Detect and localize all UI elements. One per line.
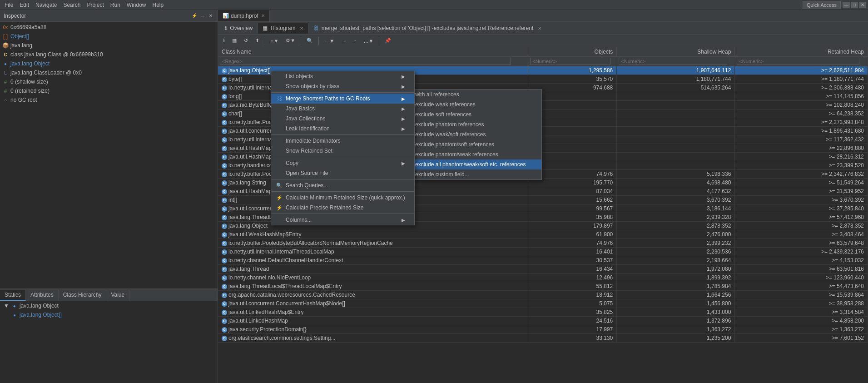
- inspector-close-btn[interactable]: ✕: [208, 13, 214, 19]
- tab-histogram[interactable]: ▦ Histogram ✕: [258, 23, 308, 34]
- col-header-shallow[interactable]: Shallow Heap: [617, 47, 735, 57]
- table-row[interactable]: Cjava.util.HashMap$...>= 22,896,880: [218, 144, 868, 153]
- retained-heap-cell: >= 2,306,388,480: [735, 84, 868, 92]
- tree-item-gc-root[interactable]: ○ no GC root: [0, 95, 218, 104]
- col-header-class[interactable]: Class Name: [218, 47, 528, 57]
- close-button[interactable]: ✕: [859, 2, 866, 8]
- tree-item-retained[interactable]: # 0 (retained size): [0, 86, 218, 95]
- filter-retained-input[interactable]: [737, 58, 859, 65]
- table-row[interactable]: Cbyte[]35,5701,180,771,744>= 1,180,771,7…: [218, 75, 868, 84]
- tab-merge[interactable]: ⛓ merge_shortest_paths [selection of 'Ob…: [308, 23, 546, 34]
- tab-class-hierarchy[interactable]: Class Hierarchy: [59, 290, 107, 301]
- filter-retained-cell[interactable]: [735, 57, 868, 66]
- filter-btn[interactable]: ⚙▼: [283, 36, 298, 45]
- tree-item-obj-arr[interactable]: [ ] Object[]: [0, 32, 218, 41]
- refresh-btn[interactable]: ↺: [241, 36, 251, 45]
- filter-objects-cell[interactable]: [528, 57, 617, 66]
- table-row[interactable]: Cio.netty.channel.nio.NioEventLoop12,496…: [218, 274, 868, 282]
- tree-item-java-obj[interactable]: ● java.lang.Object: [0, 59, 218, 68]
- table-row[interactable]: Cio.netty.handler.cod...>= 23,399,520: [218, 161, 868, 170]
- table-row[interactable]: Cjava.util.HashMap87,0344,177,632>= 31,5…: [218, 187, 868, 196]
- info-btn[interactable]: ℹ: [220, 36, 228, 45]
- menu-help[interactable]: Help: [150, 1, 167, 9]
- table-row[interactable]: Clong[]>= 114,145,856: [218, 92, 868, 101]
- table-row[interactable]: Corg.elasticsearch.common.settings.Setti…: [218, 334, 868, 343]
- up-btn[interactable]: ↑: [351, 37, 360, 45]
- maximize-button[interactable]: □: [851, 2, 858, 8]
- tree-item-hex[interactable]: 0x 0x66699a5a88: [0, 23, 218, 32]
- table-row[interactable]: Cio.netty.buffer.Pool...74,9765,198,336>…: [218, 170, 868, 179]
- menu-project[interactable]: Project: [84, 1, 106, 9]
- table-row[interactable]: Cjava.util.concurrent...>= 1,896,431,680: [218, 127, 868, 135]
- table-row[interactable]: Cjava.util.WeakHashMap$Entry61,9002,476,…: [218, 230, 868, 239]
- filter-class-input[interactable]: [220, 58, 511, 65]
- objects-cell: 99,567: [528, 204, 617, 213]
- menu-window[interactable]: Window: [124, 1, 149, 9]
- table-row[interactable]: Cjava.lang.Thread16,4341,972,080>= 63,50…: [218, 265, 868, 274]
- inspector-minimize-btn[interactable]: —: [199, 13, 207, 19]
- table-row[interactable]: Corg.apache.catalina.webresources.Cached…: [218, 291, 868, 299]
- class-icon: C: [222, 146, 227, 151]
- tree-item-classloader[interactable]: L java.lang.ClassLoader @ 0x0: [0, 68, 218, 77]
- group-btn[interactable]: ≡▼: [268, 37, 282, 45]
- table-row[interactable]: Cio.netty.util.internal.InternalThreadLo…: [218, 248, 868, 256]
- tab-value[interactable]: Value: [106, 290, 129, 301]
- tab-overview[interactable]: ℹ Overview: [220, 23, 258, 34]
- filter-shallow-cell[interactable]: [617, 57, 735, 66]
- shallow-heap-cell: 1,899,392: [617, 274, 735, 282]
- table-row[interactable]: Cjava.lang.Object[]1,295,5861,907,646,11…: [218, 66, 868, 75]
- table-row[interactable]: Cjava.lang.String195,7704,698,480>= 51,5…: [218, 179, 868, 187]
- shallow-heap-cell: [617, 161, 735, 170]
- table-row[interactable]: Cjava.lang.ThreadLocal$ThreadLocalMap$En…: [218, 282, 868, 291]
- tab-close-button[interactable]: ✕: [261, 13, 265, 18]
- objects-cell: [528, 118, 617, 127]
- menu-navigate[interactable]: Navigate: [33, 1, 60, 9]
- back-btn[interactable]: ←▼: [321, 37, 337, 45]
- col-header-retained[interactable]: Retained Heap: [735, 47, 868, 57]
- tree-item-shallow[interactable]: # 0 (shallow size): [0, 77, 218, 86]
- table-row[interactable]: Cio.netty.util.internal...974,688514,635…: [218, 84, 868, 92]
- col-header-objects[interactable]: Objects: [528, 47, 617, 57]
- statics-item-java-obj[interactable]: ▼ ● java.lang.Object: [0, 301, 218, 310]
- tab-statics[interactable]: Statics: [0, 290, 26, 301]
- quick-access-button[interactable]: Quick Access: [803, 1, 841, 9]
- table-row[interactable]: Cint[]15,6623,670,392>= 3,670,392: [218, 196, 868, 204]
- table-row[interactable]: Cjava.util.concurrent.ConcurrentHashMap$…: [218, 204, 868, 213]
- pin-btn[interactable]: 📌: [382, 36, 394, 45]
- table-row[interactable]: Cchar[]>= 64,238,352: [218, 109, 868, 118]
- table-row[interactable]: Cjava.security.ProtectionDomain[}17,9971…: [218, 325, 868, 334]
- menu-search[interactable]: Search: [60, 1, 83, 9]
- tab-merge-close[interactable]: ✕: [538, 26, 541, 31]
- filter-shallow-input[interactable]: [619, 58, 727, 65]
- table-row[interactable]: Cjava.nio.ByteBuffer[...]>= 102,808,240: [218, 101, 868, 109]
- table-row[interactable]: Cjava.lang.ThreadLocal$ThreadLocalMap$En…: [218, 213, 868, 222]
- chart-btn[interactable]: ▦: [229, 36, 240, 45]
- table-row[interactable]: Cio.netty.buffer.Pool...>= 2,273,998,848: [218, 118, 868, 127]
- extra-btn[interactable]: …▼: [361, 37, 377, 45]
- tab-dump[interactable]: 📊 dump.hprof ✕: [218, 10, 270, 21]
- menu-run[interactable]: Run: [108, 1, 123, 9]
- inspector-action-btn[interactable]: ⚡: [190, 13, 198, 19]
- search-btn[interactable]: 🔍: [303, 36, 316, 45]
- forward-btn[interactable]: →: [338, 37, 350, 45]
- statics-item-java-obj-arr[interactable]: ● java.lang.Object[]: [0, 310, 218, 319]
- table-row[interactable]: Cjava.util.LinkedHashMap24,5161,372,896>…: [218, 317, 868, 325]
- menu-file[interactable]: File: [2, 1, 16, 9]
- minimize-button[interactable]: —: [843, 2, 850, 8]
- table-row[interactable]: Cjava.util.concurrent.ConcurrentHashMap$…: [218, 299, 868, 308]
- table-container[interactable]: Class Name Objects Shallow Heap Retained…: [218, 47, 868, 383]
- table-row[interactable]: Cjava.lang.Object179,8972,878,352>= 2,87…: [218, 222, 868, 230]
- menu-edit[interactable]: Edit: [17, 1, 32, 9]
- filter-objects-input[interactable]: [530, 58, 610, 65]
- tab-histogram-close[interactable]: ✕: [300, 26, 303, 31]
- tree-item-class-def[interactable]: C class java.lang.Class @ 0x66999b310: [0, 50, 218, 59]
- tab-attributes[interactable]: Attributes: [26, 290, 59, 301]
- table-row[interactable]: Cio.netty.util.internal...>= 117,362,432: [218, 135, 868, 144]
- table-row[interactable]: Cio.netty.buffer.PooledByteBufAllocator$…: [218, 239, 868, 248]
- table-row[interactable]: Cjava.util.HashMap$...>= 28,216,312: [218, 153, 868, 161]
- filter-class-cell[interactable]: [218, 57, 528, 66]
- table-row[interactable]: Cio.netty.channel.DefaultChannelHandlerC…: [218, 256, 868, 265]
- export-btn[interactable]: ⬆: [252, 36, 263, 45]
- table-row[interactable]: Cjava.util.LinkedHashMap$Entry35,8251,43…: [218, 308, 868, 317]
- tree-item-java-lang[interactable]: 📦 java.lang: [0, 41, 218, 50]
